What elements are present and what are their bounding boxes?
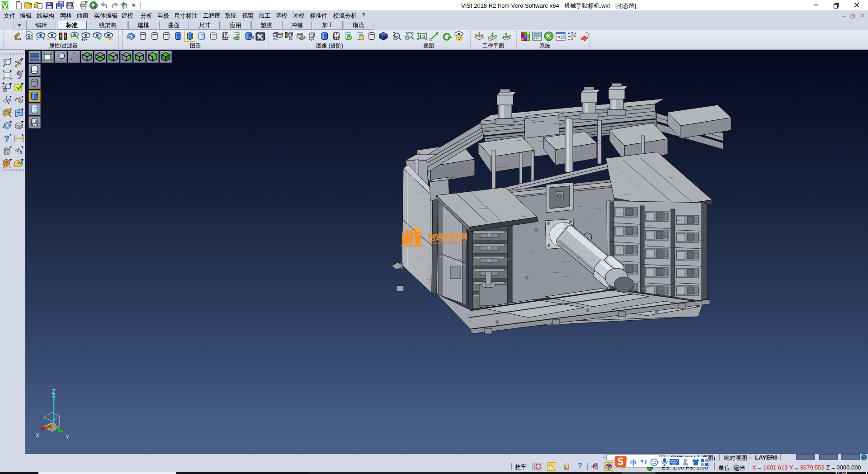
svg-text:中: 中: [630, 459, 637, 466]
svg-text:智造资料网: 智造资料网: [427, 232, 467, 242]
svg-text:X: X: [35, 431, 40, 439]
svg-text:+: +: [273, 37, 275, 42]
svg-text:+/-: +/-: [81, 36, 87, 42]
svg-text:-: -: [393, 33, 394, 38]
svg-text:+: +: [36, 36, 38, 42]
svg-text:1:1: 1:1: [420, 34, 425, 39]
svg-text:+/-: +/-: [308, 36, 314, 42]
svg-text:?: ?: [4, 134, 9, 143]
svg-text:-: -: [2, 84, 4, 89]
svg-text:Y: Y: [65, 433, 70, 441]
svg-text:INTELLIGENT MANUFACTURING DATA: INTELLIGENT MANUFACTURING DATA: [428, 242, 466, 245]
svg-text:Z: Z: [52, 388, 56, 395]
